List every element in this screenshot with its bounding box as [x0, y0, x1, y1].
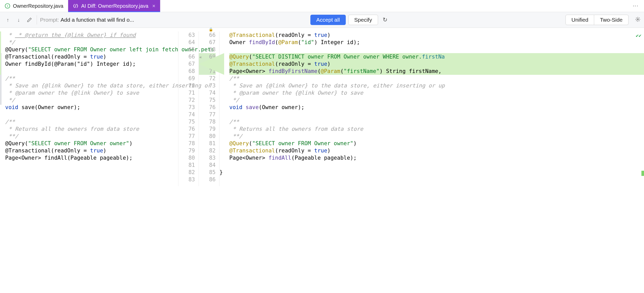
tab-label: AI Diff: OwnerRepository.java: [81, 3, 148, 9]
svg-point-2: [637, 19, 639, 20]
left-pane[interactable]: * * @return the {@link Owner} if found *…: [0, 31, 178, 186]
more-menu-icon[interactable]: ⋮: [632, 3, 639, 9]
ai-diff-icon: [73, 3, 78, 9]
scroll-marker[interactable]: [641, 171, 644, 176]
unified-view-button[interactable]: Unified: [566, 15, 594, 25]
edit-icon[interactable]: [25, 16, 34, 24]
prev-change-icon[interactable]: ↑: [4, 16, 12, 24]
prompt-display: Prompt: Add a function that will find o.…: [40, 17, 134, 23]
close-icon[interactable]: ✕: [152, 4, 155, 9]
specify-button[interactable]: Specify: [348, 15, 378, 25]
refresh-icon[interactable]: ↻: [381, 17, 389, 23]
left-gutter: 6364656667686970717273747576777879808182…: [178, 31, 199, 186]
svg-text:I: I: [7, 4, 8, 8]
two-side-view-button[interactable]: Two-Side: [594, 15, 629, 25]
lock-icon: 🔒: [209, 27, 213, 31]
next-change-icon[interactable]: ↓: [14, 16, 23, 24]
gear-icon[interactable]: [631, 17, 640, 23]
view-mode-toggle: Unified Two-Side: [566, 15, 629, 25]
tab-label: OwnerRepository.java: [13, 3, 63, 9]
tab-owner-repository[interactable]: I OwnerRepository.java: [0, 0, 68, 12]
right-pane[interactable]: ✔✔ @Transactional(readOnly = true) Owner…: [219, 31, 644, 186]
tab-ai-diff[interactable]: AI Diff: OwnerRepository.java ✕: [68, 0, 160, 12]
accept-all-button[interactable]: Accept all: [310, 15, 346, 25]
diff-toolbar: ↑ ↓ Prompt: Add a function that will fin…: [0, 12, 644, 28]
tab-bar: I OwnerRepository.java AI Diff: OwnerRep…: [0, 0, 644, 12]
java-interface-icon: I: [5, 3, 10, 9]
diff-viewer: * * @return the {@link Owner} if found *…: [0, 31, 644, 186]
check-icon[interactable]: ✔✔: [636, 32, 641, 39]
